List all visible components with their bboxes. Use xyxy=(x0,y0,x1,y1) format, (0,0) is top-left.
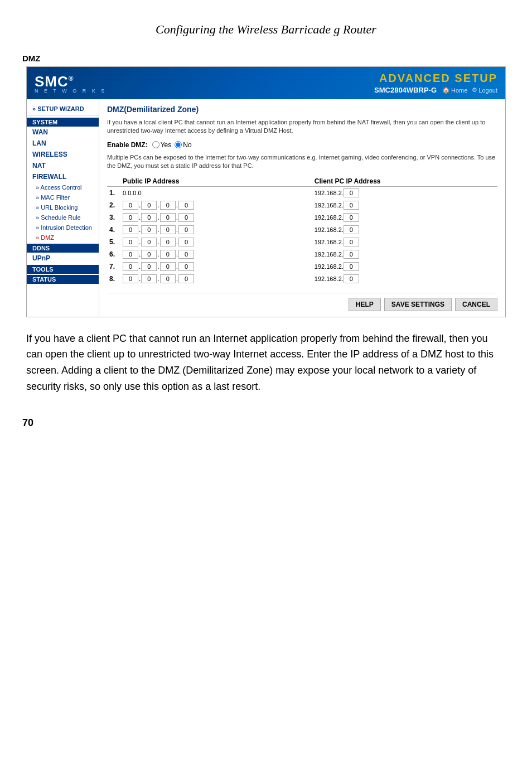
row-6-ip4[interactable] xyxy=(178,250,194,259)
row-5-client-last[interactable] xyxy=(344,238,359,246)
row-2-ip4[interactable] xyxy=(178,201,194,210)
ip-table: Public IP Address Client PC IP Address 1… xyxy=(107,176,497,285)
row-7-public-ip: ... xyxy=(120,260,292,273)
row-4-public-ip: ... xyxy=(120,224,292,236)
row-8-client-ip: 192.168.2. xyxy=(292,273,497,285)
row-num-2: 2. xyxy=(107,199,120,211)
row-7-ip4[interactable] xyxy=(178,262,194,271)
row-3-ip2[interactable] xyxy=(141,213,157,222)
sidebar-item-url-blocking[interactable]: » URL Blocking xyxy=(27,202,99,212)
sidebar-item-mac-filter[interactable]: » MAC Filter xyxy=(27,192,99,202)
radio-no[interactable] xyxy=(175,141,182,148)
row-2-ip3[interactable] xyxy=(160,201,176,210)
cancel-button[interactable]: CANCEL xyxy=(455,298,497,311)
row-4-ip2[interactable] xyxy=(141,225,157,234)
radio-no-text: No xyxy=(183,141,191,149)
enable-label: Enable DMZ: xyxy=(107,141,148,149)
sidebar-item-wireless[interactable]: WIRELESS xyxy=(27,149,99,160)
table-row: 1. 0.0.0.0 192.168.2. xyxy=(107,186,497,199)
row-4-ip1[interactable] xyxy=(123,225,138,234)
sidebar-item-schedule-rule[interactable]: » Schedule Rule xyxy=(27,212,99,222)
logout-icon: ⚙ xyxy=(472,86,477,94)
sidebar: » SETUP WIZARD SYSTEM WAN LAN WIRELESS N… xyxy=(27,99,99,317)
row-4-ip3[interactable] xyxy=(160,225,176,234)
col-num xyxy=(107,176,120,187)
header-right: ADVANCED SETUP SMC2804WBRP-G 🏠 Home ⚙ Lo… xyxy=(374,72,497,94)
row-3-ip1[interactable] xyxy=(123,213,138,222)
row-1-public-ip: 0.0.0.0 xyxy=(120,186,292,199)
save-settings-button[interactable]: SAVE SETTINGS xyxy=(384,298,452,311)
row-5-ip1[interactable] xyxy=(123,238,138,246)
row-3-ip4[interactable] xyxy=(178,213,194,222)
row-3-client-ip: 192.168.2. xyxy=(292,211,497,224)
row-7-client-last[interactable] xyxy=(344,262,359,271)
row-7-ip3[interactable] xyxy=(160,262,176,271)
row-2-public-ip: ... xyxy=(120,199,292,211)
row-6-public-ip: ... xyxy=(120,248,292,260)
row-5-public-ip: ... xyxy=(120,236,292,248)
router-frame: SMC® N e t w o r k s ADVANCED SETUP SMC2… xyxy=(26,66,506,317)
sidebar-item-dmz[interactable]: » DMZ xyxy=(27,233,99,243)
sidebar-item-upnp[interactable]: UPnP xyxy=(27,253,99,264)
row-num-5: 5. xyxy=(107,236,120,248)
home-icon: 🏠 xyxy=(442,86,450,94)
table-row: 6. ... 192.168.2. xyxy=(107,248,497,260)
row-8-ip4[interactable] xyxy=(178,274,194,283)
sidebar-item-wan[interactable]: WAN xyxy=(27,127,99,138)
radio-yes[interactable] xyxy=(152,141,159,148)
sidebar-item-nat[interactable]: NAT xyxy=(27,160,99,171)
row-3-ip3[interactable] xyxy=(160,213,176,222)
radio-yes-label[interactable]: Yes xyxy=(152,141,172,149)
sidebar-item-intrusion-detection[interactable]: » Intrusion Detection xyxy=(27,222,99,233)
col-public-ip: Public IP Address xyxy=(120,176,292,187)
row-5-ip2[interactable] xyxy=(141,238,157,246)
row-4-client-ip: 192.168.2. xyxy=(292,224,497,236)
sidebar-item-tools[interactable]: TOOLS xyxy=(27,265,99,274)
row-6-ip3[interactable] xyxy=(160,250,176,259)
router-header: SMC® N e t w o r k s ADVANCED SETUP SMC2… xyxy=(27,67,505,99)
row-5-ip4[interactable] xyxy=(178,238,194,246)
row-3-public-ip: ... xyxy=(120,211,292,224)
row-4-client-last[interactable] xyxy=(344,225,359,234)
row-2-ip1[interactable] xyxy=(123,201,138,210)
row-5-ip3[interactable] xyxy=(160,238,176,246)
model-nav: SMC2804WBRP-G 🏠 Home ⚙ Logout xyxy=(374,86,497,94)
row-num-8: 8. xyxy=(107,273,120,285)
row-4-ip4[interactable] xyxy=(178,225,194,234)
logout-link[interactable]: ⚙ Logout xyxy=(472,86,497,94)
row-2-ip2[interactable] xyxy=(141,201,157,210)
row-1-client-last[interactable] xyxy=(344,188,359,197)
row-6-ip2[interactable] xyxy=(141,250,157,259)
row-2-client-last[interactable] xyxy=(344,201,359,210)
sidebar-item-setup-wizard[interactable]: » SETUP WIZARD xyxy=(27,104,99,115)
row-8-ip3[interactable] xyxy=(160,274,176,283)
row-num-6: 6. xyxy=(107,248,120,260)
row-6-ip1[interactable] xyxy=(123,250,138,259)
row-num-4: 4. xyxy=(107,224,120,236)
row-num-3: 3. xyxy=(107,211,120,224)
sidebar-item-lan[interactable]: LAN xyxy=(27,138,99,149)
table-row: 2. ... 192.168.2. xyxy=(107,199,497,211)
sidebar-item-ddns[interactable]: DDNS xyxy=(27,244,99,253)
sidebar-item-firewall[interactable]: FIREWALL xyxy=(27,171,99,182)
row-7-ip2[interactable] xyxy=(141,262,157,271)
row-8-client-last[interactable] xyxy=(344,274,359,283)
sidebar-item-system[interactable]: SYSTEM xyxy=(27,118,99,127)
description2: Multiple PCs can be exposed to the Inter… xyxy=(107,153,497,171)
button-row: HELP SAVE SETTINGS CANCEL xyxy=(107,293,497,311)
radio-group: Yes No xyxy=(152,141,192,149)
home-link[interactable]: 🏠 Home xyxy=(442,86,467,94)
radio-no-label[interactable]: No xyxy=(175,141,191,149)
row-3-client-last[interactable] xyxy=(344,213,359,222)
row-8-ip1[interactable] xyxy=(123,274,138,283)
sidebar-item-access-control[interactable]: » Access Control xyxy=(27,182,99,192)
help-button[interactable]: HELP xyxy=(349,298,381,311)
row-6-client-last[interactable] xyxy=(344,250,359,259)
description1: If you have a local client PC that canno… xyxy=(107,118,497,136)
row-8-ip2[interactable] xyxy=(141,274,157,283)
sidebar-item-status[interactable]: STATUS xyxy=(27,275,99,284)
row-7-ip1[interactable] xyxy=(123,262,138,271)
table-row: 4. ... 192.168.2. xyxy=(107,224,497,236)
main-content: DMZ(Demilitarized Zone) If you have a lo… xyxy=(99,99,505,317)
table-row: 5. ... 192.168.2. xyxy=(107,236,497,248)
